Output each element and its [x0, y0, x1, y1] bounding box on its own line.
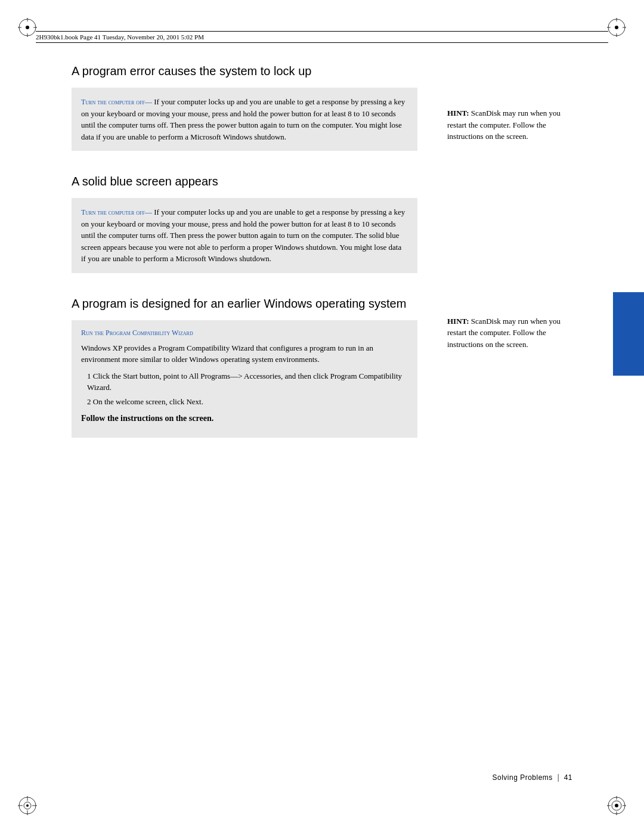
wizard-intro: Windows XP provides a Program Compatibil… [81, 342, 408, 366]
svg-point-7 [615, 26, 618, 29]
section-earlier-windows: A program is designed for an earlier Win… [72, 297, 417, 438]
footer-page-number: 41 [564, 773, 572, 782]
section2-infobox-text: Turn the computer off— If your computer … [81, 206, 408, 265]
hint2-box: HINT: ScanDisk may run when you restart … [447, 315, 572, 351]
section1-heading: A program error causes the system to loc… [72, 64, 417, 78]
section3-heading: A program is designed for an earlier Win… [72, 297, 417, 311]
hint1-label: HINT: [447, 109, 469, 117]
footer-text: Solving Problems [492, 773, 552, 782]
hint1-box: HINT: ScanDisk may run when you restart … [447, 107, 572, 143]
wizard-follow: Follow the instructions on the screen. [81, 412, 408, 425]
left-column: A program error causes the system to loc… [72, 60, 417, 450]
svg-point-14 [26, 804, 29, 807]
hint1-text: HINT: ScanDisk may run when you restart … [447, 107, 572, 143]
section2-infobox: Turn the computer off— If your computer … [72, 198, 417, 273]
svg-point-21 [615, 804, 618, 807]
section2-turn-off-link[interactable]: Turn the computer off— [81, 208, 152, 216]
footer-separator: | [558, 773, 559, 782]
footer: Solving Problems | 41 [72, 773, 572, 782]
blue-accent-bar [613, 292, 644, 376]
hint2-label: HINT: [447, 317, 469, 326]
reg-mark-top-left [17, 17, 38, 38]
wizard-step2: 2 On the welcome screen, click Next. [87, 396, 408, 408]
reg-mark-top-right [606, 17, 627, 38]
reg-mark-bottom-left [17, 795, 38, 816]
header-text: 2H930bk1.book Page 41 Tuesday, November … [36, 33, 204, 41]
section1-infobox-text: Turn the computer off— If your computer … [81, 96, 408, 143]
hint2-text: HINT: ScanDisk may run when you restart … [447, 315, 572, 351]
wizard-link[interactable]: Run the Program Compatibility Wizard [81, 329, 408, 337]
section1-turn-off-link[interactable]: Turn the computer off— [81, 98, 152, 106]
right-column: HINT: ScanDisk may run when you restart … [447, 60, 572, 368]
section3-wizardbox: Run the Program Compatibility Wizard Win… [72, 320, 417, 438]
section-program-error: A program error causes the system to loc… [72, 64, 417, 151]
svg-point-1 [26, 26, 29, 29]
header-bar: 2H930bk1.book Page 41 Tuesday, November … [36, 31, 608, 43]
reg-mark-bottom-right [606, 795, 627, 816]
wizard-step1: 1 Click the Start button, point to All P… [87, 370, 408, 394]
section-blue-screen: A solid blue screen appears Turn the com… [72, 175, 417, 273]
section2-heading: A solid blue screen appears [72, 175, 417, 188]
section1-infobox: Turn the computer off— If your computer … [72, 88, 417, 151]
